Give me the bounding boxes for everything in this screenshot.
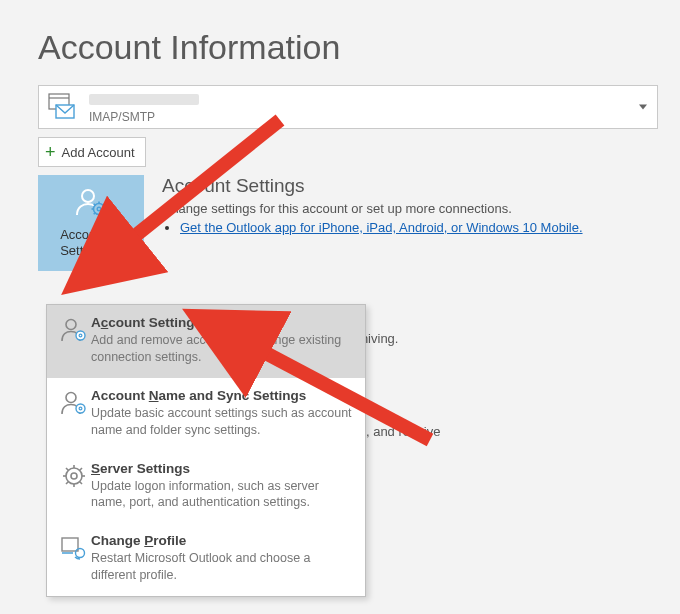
user-gear-icon [57, 315, 91, 343]
account-protocol: IMAP/SMTP [89, 110, 657, 124]
menu-item-desc: Update logon information, such as server… [91, 478, 355, 512]
svg-point-20 [66, 468, 82, 484]
account-settings-button-line2: Settings [60, 243, 107, 258]
svg-point-15 [76, 331, 85, 340]
menu-item-desc: Add and remove accounts or change existi… [91, 332, 355, 366]
svg-point-18 [76, 404, 85, 413]
menu-item-desc: Restart Microsoft Outlook and choose a d… [91, 550, 355, 584]
menu-item-title: Change Profile [91, 533, 355, 548]
chevron-down-icon [639, 105, 647, 110]
mail-account-icon [45, 89, 81, 125]
account-settings-button-line1: Account [60, 227, 107, 242]
get-outlook-app-link[interactable]: Get the Outlook app for iPhone, iPad, An… [180, 220, 583, 235]
menu-item-title: Account Settings... [91, 315, 355, 330]
account-selector[interactable]: IMAP/SMTP [38, 85, 658, 129]
account-email-redacted [89, 94, 199, 105]
gear-icon [57, 461, 91, 489]
account-settings-menu: Account Settings... Add and remove accou… [46, 304, 366, 597]
svg-line-29 [66, 482, 68, 484]
change-profile-icon [57, 533, 91, 561]
add-account-label: Add Account [62, 145, 135, 160]
user-gear-icon [57, 388, 91, 416]
menu-item-change-profile[interactable]: Change Profile Restart Microsoft Outlook… [47, 523, 365, 596]
svg-line-26 [66, 468, 68, 470]
svg-point-31 [76, 549, 85, 558]
svg-point-14 [66, 320, 76, 330]
menu-item-name-sync[interactable]: Account Name and Sync Settings Update ba… [47, 378, 365, 451]
menu-item-desc: Update basic account settings such as ac… [91, 405, 355, 439]
svg-line-28 [80, 468, 82, 470]
user-gear-icon [74, 187, 108, 221]
add-account-button[interactable]: + Add Account [38, 137, 146, 167]
svg-rect-30 [62, 538, 78, 551]
svg-point-21 [71, 473, 77, 479]
account-settings-section: Account Settings Change settings for thi… [162, 175, 680, 271]
account-settings-dropdown-button[interactable]: Account Settings [38, 175, 144, 271]
page-title: Account Information [38, 28, 680, 67]
menu-item-server-settings[interactable]: Server Settings Update logon information… [47, 451, 365, 524]
chevron-down-icon [114, 249, 122, 254]
menu-item-title: Server Settings [91, 461, 355, 476]
section-desc: Change settings for this account or set … [162, 201, 680, 216]
svg-line-27 [80, 482, 82, 484]
menu-item-account-settings[interactable]: Account Settings... Add and remove accou… [47, 305, 365, 378]
list-item: Get the Outlook app for iPhone, iPad, An… [180, 220, 680, 235]
section-title: Account Settings [162, 175, 680, 197]
svg-point-17 [66, 392, 76, 402]
menu-item-title: Account Name and Sync Settings [91, 388, 355, 403]
svg-point-3 [82, 190, 94, 202]
plus-icon: + [45, 142, 56, 163]
